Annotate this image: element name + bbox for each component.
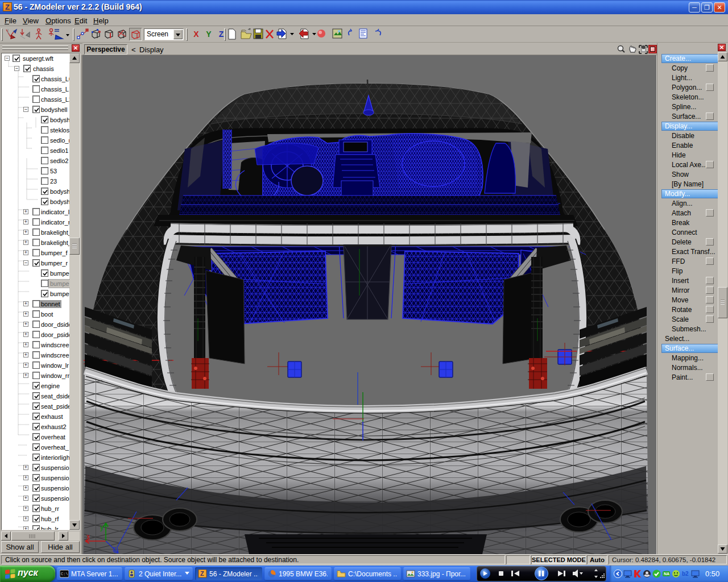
svg-text:C:\: C:\ [61, 572, 68, 576]
svg-text:Z: Z [200, 570, 204, 577]
svg-text:NA: NA [664, 572, 669, 576]
svg-text:z: z [113, 545, 116, 553]
svg-text:x: x [86, 533, 90, 541]
svg-text:b2: b2 [682, 571, 689, 577]
svg-text:y: y [100, 523, 104, 531]
